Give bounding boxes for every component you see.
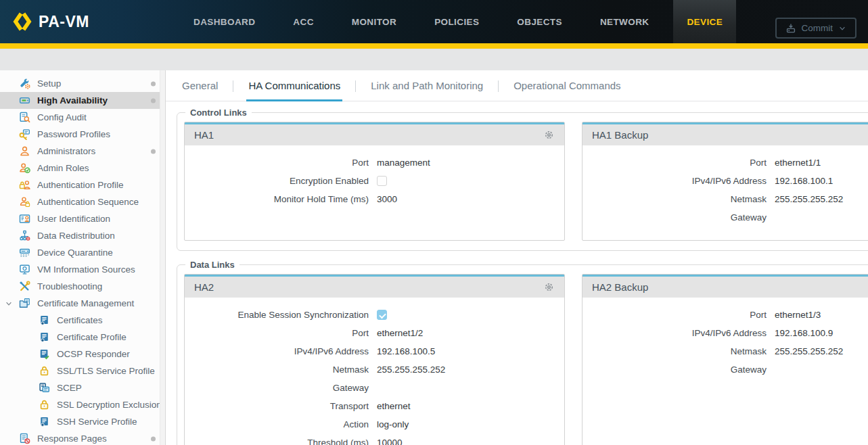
troubleshooting-icon xyxy=(19,281,30,292)
sidebar-item-admin-roles[interactable]: Admin Roles xyxy=(0,160,165,177)
sidebar-item-label: Config Audit xyxy=(37,112,87,122)
nav-item-acc[interactable]: ACC xyxy=(279,0,327,43)
ha2-panel-title: HA2 xyxy=(194,281,214,293)
field-row-ipv4-ipv6-address: IPv4/IPv6 Address 192.168.100.9 xyxy=(583,324,868,342)
field-value: ethernet1/3 xyxy=(775,310,821,320)
tab-link-and-path-monitoring[interactable]: Link and Path Monitoring xyxy=(371,70,483,101)
nav-item-objects[interactable]: OBJECTS xyxy=(503,0,576,43)
status-dot xyxy=(151,436,156,441)
sidebar-item-certificate-profile[interactable]: Certificate Profile xyxy=(0,329,165,346)
nav-item-network[interactable]: NETWORK xyxy=(587,0,663,43)
checkbox[interactable] xyxy=(377,176,387,186)
field-label: Netmask xyxy=(583,194,767,204)
device-quarantine-icon xyxy=(19,247,30,258)
tab-operational-commands[interactable]: Operational Commands xyxy=(513,70,620,101)
sidebar-item-authentication-sequence[interactable]: Authentication Sequence xyxy=(0,193,165,210)
tab-ha-communications[interactable]: HA Communications xyxy=(248,70,340,101)
sidebar-scrollbar[interactable] xyxy=(160,70,165,445)
sidebar-item-label: Certificate Profile xyxy=(57,332,127,342)
tab-general[interactable]: General xyxy=(182,70,218,101)
checkbox[interactable] xyxy=(377,310,387,320)
nav-item-monitor[interactable]: MONITOR xyxy=(338,0,410,43)
brand: PA-VM xyxy=(0,0,157,43)
field-value: ethernet1/2 xyxy=(377,328,423,338)
field-label: Netmask xyxy=(583,346,767,356)
field-label: Gateway xyxy=(583,365,767,375)
field-row-ipv4-ipv6-address: IPv4/IPv6 Address 192.168.100.1 xyxy=(583,172,868,190)
sidebar-item-label: Setup xyxy=(37,78,61,89)
field-row-action: Action log-only xyxy=(185,415,564,434)
user-identification-icon xyxy=(19,213,30,225)
pan-logo-icon xyxy=(12,11,32,32)
field-value: ethernet xyxy=(377,401,411,411)
commit-label: Commit xyxy=(802,23,833,33)
ha1-backup-panel-title: HA1 Backup xyxy=(592,129,648,141)
top-navigation-bar: PA-VM DASHBOARD ACC MONITOR POLICIES OBJ… xyxy=(0,0,868,43)
field-label: Monitor Hold Time (ms) xyxy=(185,194,369,204)
ha2-panel: HA2 Enable Session Synchronization Port xyxy=(184,274,565,445)
field-label: Threshold (ms) xyxy=(185,438,369,445)
sidebar-item-device-quarantine[interactable]: Device Quarantine xyxy=(0,244,165,261)
field-value: ethernet1/1 xyxy=(775,158,821,168)
sidebar-item-label: Device Quarantine xyxy=(37,248,113,258)
sidebar-item-label: Password Profiles xyxy=(37,129,110,139)
sidebar-item-setup[interactable]: Setup xyxy=(0,75,165,92)
sidebar-item-administrators[interactable]: Administrators xyxy=(0,143,165,160)
sidebar-item-authentication-profile[interactable]: Authentication Profile xyxy=(0,177,165,193)
field-row-port: Port ethernet1/3 xyxy=(583,306,868,324)
sidebar-item-scep[interactable]: SCEP xyxy=(0,379,165,396)
setup-icon xyxy=(19,78,30,89)
sidebar-item-ssl-decryption-exclusion[interactable]: SSL Decryption Exclusion xyxy=(0,396,165,413)
sidebar-item-user-identification[interactable]: User Identification xyxy=(0,210,165,227)
field-label: Port xyxy=(185,158,369,168)
field-row-port: Port management xyxy=(185,154,564,172)
field-label: Port xyxy=(583,310,767,320)
sidebar-item-label: SSH Service Profile xyxy=(57,417,137,427)
sidebar-item-troubleshooting[interactable]: Troubleshooting xyxy=(0,278,165,295)
vm-information-sources-icon xyxy=(19,264,30,275)
sidebar-item-response-pages[interactable]: Response Pages xyxy=(0,430,165,445)
status-dot xyxy=(151,149,156,154)
accent-stripe xyxy=(0,43,868,49)
sidebar-item-ocsp-responder[interactable]: OCSP Responder xyxy=(0,346,165,362)
ha2-backup-panel-title: HA2 Backup xyxy=(592,281,648,293)
sidebar-item-certificates[interactable]: Certificates xyxy=(0,312,165,329)
sidebar-item-high-availability[interactable]: High Availability xyxy=(0,92,165,109)
chevron-down-icon[interactable] xyxy=(5,300,13,308)
administrators-icon xyxy=(19,145,30,157)
control-links-legend: Control Links xyxy=(185,108,252,118)
commit-button[interactable]: Commit xyxy=(775,18,857,39)
field-value: 255.255.255.252 xyxy=(775,194,843,204)
ha1-backup-panel-header: HA1 Backup xyxy=(583,122,868,145)
sidebar-item-vm-information-sources[interactable]: VM Information Sources xyxy=(0,261,165,278)
field-value: 255.255.255.252 xyxy=(377,365,445,375)
field-label: IPv4/IPv6 Address xyxy=(583,176,767,186)
sidebar-item-certificate-management[interactable]: Certificate Management xyxy=(0,295,165,312)
sidebar-item-ssl-tls-service-profile[interactable]: SSL/TLS Service Profile xyxy=(0,362,165,379)
field-label: Encryption Enabled xyxy=(185,176,369,186)
ha1-backup-panel: HA1 Backup Port ethernet1/1 IPv4/IPv6 Ad… xyxy=(582,122,868,241)
sidebar-item-label: Administrators xyxy=(37,146,95,156)
field-value: 192.168.100.9 xyxy=(775,328,833,338)
field-value: 192.168.100.1 xyxy=(775,176,833,186)
field-row-netmask: Netmask 255.255.255.252 xyxy=(583,190,868,208)
sidebar-item-label: Certificates xyxy=(57,315,103,325)
sub-header-band xyxy=(0,49,868,70)
nav-item-dashboard[interactable]: DASHBOARD xyxy=(180,0,269,43)
sidebar-item-label: SCEP xyxy=(57,383,82,393)
certificate-management-icon xyxy=(19,298,30,309)
sidebar-item-label: Data Redistribution xyxy=(37,231,115,241)
sidebar-item-data-redistribution[interactable]: Data Redistribution xyxy=(0,227,165,244)
sidebar-item-password-profiles[interactable]: Password Profiles xyxy=(0,126,165,143)
nav-item-policies[interactable]: POLICIES xyxy=(421,0,493,43)
password-profiles-icon xyxy=(19,128,30,140)
sidebar-item-label: SSL/TLS Service Profile xyxy=(57,366,155,376)
field-row-gateway: Gateway xyxy=(185,379,564,397)
gear-icon[interactable] xyxy=(543,281,555,293)
nav-item-device[interactable]: DEVICE xyxy=(673,0,736,43)
gear-icon[interactable] xyxy=(543,129,555,141)
sidebar-item-config-audit[interactable]: Config Audit xyxy=(0,109,165,126)
field-row-netmask: Netmask 255.255.255.252 xyxy=(185,360,564,379)
sidebar-item-ssh-service-profile[interactable]: SSH Service Profile xyxy=(0,413,165,430)
ssh-service-profile-icon xyxy=(39,416,50,427)
